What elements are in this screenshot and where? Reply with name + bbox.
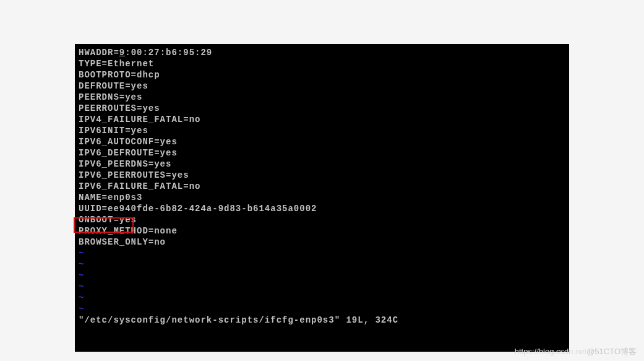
config-line-ipv6autoconf: IPV6_AUTOCONF=yes xyxy=(79,136,565,147)
empty-line-tilde: ~ xyxy=(79,259,565,270)
watermark-text: https://blog.csdn.net@51CTO博客 xyxy=(515,346,637,357)
config-line-defroute: DEFROUTE=yes xyxy=(79,80,565,92)
config-line-peerdns: PEERDNS=yes xyxy=(79,92,565,103)
config-line-bootproto: BOOTPROTO=dhcp xyxy=(79,69,565,80)
config-line-browseronly: BROWSER_ONLY=no xyxy=(79,237,565,248)
config-line-ipv6peerroutes: IPV6_PEERROUTES=yes xyxy=(79,170,565,181)
config-line-ipv4fail: IPV4_FAILURE_FATAL=no xyxy=(79,114,565,125)
config-line-uuid: UUID=ee940fde-6b82-424a-9d83-b614a35a000… xyxy=(79,203,565,214)
config-line-hwaddr: HWADDR=9:00:27:b6:95:29 xyxy=(79,47,565,58)
empty-line-tilde: ~ xyxy=(79,270,565,281)
empty-line-tilde: ~ xyxy=(79,248,565,259)
empty-line-tilde: ~ xyxy=(79,292,565,303)
config-line-peerroutes: PEERROUTES=yes xyxy=(79,103,565,114)
vi-status-line: "/etc/sysconfig/network-scripts/ifcfg-en… xyxy=(79,315,565,326)
empty-line-tilde: ~ xyxy=(79,281,565,292)
config-line-ipv6fail: IPV6_FAILURE_FATAL=no xyxy=(79,181,565,192)
terminal-editor[interactable]: HWADDR=9:00:27:b6:95:29 TYPE=Ethernet BO… xyxy=(75,44,569,352)
config-line-name: NAME=enp0s3 xyxy=(79,192,565,203)
config-line-ipv6peerdns: IPV6_PEERDNS=yes xyxy=(79,159,565,170)
config-line-ipv6defroute: IPV6_DEFROUTE=yes xyxy=(79,147,565,159)
config-line-onboot: ONBOOT=yes xyxy=(79,214,565,225)
config-line-proxymethod: PROXY_METHOD=none xyxy=(79,225,565,237)
config-line-type: TYPE=Ethernet xyxy=(79,58,565,69)
config-line-ipv6init: IPV6INIT=yes xyxy=(79,125,565,136)
empty-line-tilde: ~ xyxy=(79,303,565,315)
